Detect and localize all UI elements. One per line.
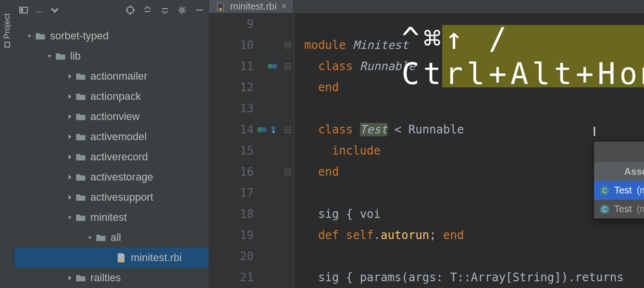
tree-row[interactable]: minitest — [14, 207, 209, 228]
gutter-line[interactable]: 10 — [209, 35, 281, 56]
gutter-line[interactable]: 17 — [209, 182, 281, 204]
close-tab-icon[interactable]: × — [282, 1, 287, 12]
project-tab-label: Project — [2, 13, 12, 39]
folder-icon — [35, 30, 46, 42]
fold-marker[interactable] — [281, 267, 294, 288]
fold-marker[interactable] — [281, 119, 294, 140]
tree-expand-closed-icon[interactable] — [64, 273, 75, 283]
popup-title: Choose Target — [594, 142, 644, 162]
popup-item[interactable]: CTest (minitest/hell.rb) — [594, 200, 644, 218]
tree-row[interactable]: actionpack — [14, 86, 209, 107]
editor-area: minitest.rbi × 9101112131415161718192021… — [209, 0, 644, 288]
gutter[interactable]: 9101112131415161718192021 — [209, 13, 281, 288]
gutter-line[interactable]: 20 — [209, 246, 281, 267]
fold-marker[interactable] — [281, 182, 294, 204]
tree-expand-closed-icon[interactable] — [64, 132, 75, 142]
tree-row[interactable]: all — [14, 228, 209, 248]
fold-marker[interactable] — [281, 225, 294, 246]
folder-icon — [75, 151, 87, 163]
code-line[interactable] — [304, 98, 644, 119]
tree-row[interactable]: minitest.rbi — [14, 248, 209, 268]
gutter-line[interactable]: 9 — [209, 13, 281, 35]
fold-marker[interactable] — [281, 13, 294, 35]
tree-label: railties — [90, 272, 121, 284]
popup-section-header: Associated Declarations — [594, 162, 644, 181]
gutter-line[interactable]: 11 — [209, 56, 281, 77]
has-subclasses-icon[interactable] — [257, 124, 278, 135]
code-line[interactable] — [304, 246, 644, 267]
tree-expand-closed-icon[interactable] — [64, 172, 75, 182]
tree-expand-open-icon[interactable] — [85, 232, 95, 243]
project-toolbar: ... — [14, 0, 209, 20]
tree-row[interactable]: actionview — [14, 107, 209, 127]
tree-expand-open-icon[interactable] — [24, 31, 35, 41]
popup-item-name: Test — [614, 204, 632, 215]
tree-expand-closed-icon[interactable] — [64, 192, 75, 203]
fold-marker[interactable] — [281, 204, 294, 225]
fold-column[interactable] — [281, 13, 295, 288]
tree-row[interactable]: activemodel — [14, 127, 209, 147]
fold-marker[interactable] — [281, 77, 294, 98]
gutter-line[interactable]: 15 — [209, 140, 281, 161]
code-line[interactable]: def self.autorun; end — [304, 225, 644, 246]
gutter-line[interactable]: 21 — [209, 267, 281, 288]
code-line[interactable]: class Test < Runnable — [304, 119, 644, 140]
fold-marker[interactable] — [281, 35, 294, 56]
tree-expand-closed-icon[interactable] — [64, 152, 75, 162]
fold-marker[interactable] — [281, 246, 294, 267]
tree-expand-closed-icon[interactable] — [64, 111, 75, 122]
tree-expand-open-icon[interactable] — [64, 212, 75, 223]
gutter-line[interactable]: 18 — [209, 204, 281, 225]
fold-marker[interactable] — [281, 98, 294, 119]
settings-gear-icon[interactable] — [177, 5, 187, 15]
gutter-line[interactable]: 12 — [209, 77, 281, 98]
project-view-label[interactable]: ... — [36, 5, 43, 15]
shortcut-banner: ^⌘↑ / Ctrl+Alt+Home — [442, 25, 644, 87]
collapse-all-icon[interactable] — [160, 5, 170, 15]
editor-tab[interactable]: minitest.rbi × — [209, 0, 294, 13]
tree-row[interactable]: activestorage — [14, 167, 209, 187]
code-line[interactable] — [304, 182, 644, 204]
svg-point-10 — [272, 64, 277, 69]
fold-marker[interactable] — [281, 161, 294, 182]
gutter-line[interactable]: 14 — [209, 119, 281, 140]
locate-icon[interactable] — [125, 5, 136, 15]
tree-label: all — [111, 231, 121, 244]
code-line[interactable]: end — [304, 161, 644, 182]
code-line[interactable]: sig { params(args: T::Array[String]).ret… — [304, 267, 644, 288]
tree-row[interactable]: activerecord — [14, 147, 209, 167]
tree-row[interactable]: sorbet-typed — [14, 26, 209, 46]
has-implementations-icon[interactable] — [267, 61, 278, 72]
folder-icon — [75, 131, 87, 143]
folder-icon — [75, 71, 87, 82]
gutter-line[interactable]: 16 — [209, 161, 281, 182]
project-view-selector-icon[interactable] — [18, 5, 29, 15]
tree-label: activesupport — [90, 191, 153, 204]
code-line[interactable]: include — [304, 140, 644, 161]
tree-expand-closed-icon[interactable] — [64, 91, 75, 102]
shortcut-banner-text: ^⌘↑ / Ctrl+Alt+Home — [401, 21, 644, 91]
gutter-line[interactable]: 19 — [209, 225, 281, 246]
tree-label: activemodel — [90, 131, 147, 143]
fold-marker[interactable] — [281, 140, 294, 161]
tree-row[interactable]: activesupport — [14, 187, 209, 207]
expand-all-icon[interactable] — [142, 5, 153, 15]
folder-icon — [75, 192, 87, 203]
editor-tabs: minitest.rbi × — [209, 0, 644, 13]
tree-row[interactable]: actionmailer — [14, 66, 209, 86]
chevron-down-icon[interactable] — [50, 5, 60, 15]
rbi-file-icon — [216, 2, 225, 12]
minimize-icon[interactable] — [194, 5, 205, 15]
tree-expand-closed-icon[interactable] — [64, 71, 75, 82]
tree-expand-open-icon[interactable] — [44, 51, 55, 61]
choose-target-popup: Choose Target Associated Declarations CT… — [594, 141, 644, 219]
code-line[interactable]: sig { voi — [304, 204, 644, 225]
popup-item[interactable]: CTest (minitest/test.rb) — [594, 181, 644, 200]
project-tree[interactable]: sorbet-typedlibactionmaileractionpackact… — [14, 20, 209, 288]
fold-marker[interactable] — [281, 56, 294, 77]
project-toolwindow-tab[interactable]: Project — [0, 10, 14, 51]
gutter-line[interactable]: 13 — [209, 98, 281, 119]
tree-row[interactable]: lib — [14, 46, 209, 66]
tree-row[interactable]: railties — [14, 268, 209, 288]
folder-icon — [95, 232, 107, 243]
